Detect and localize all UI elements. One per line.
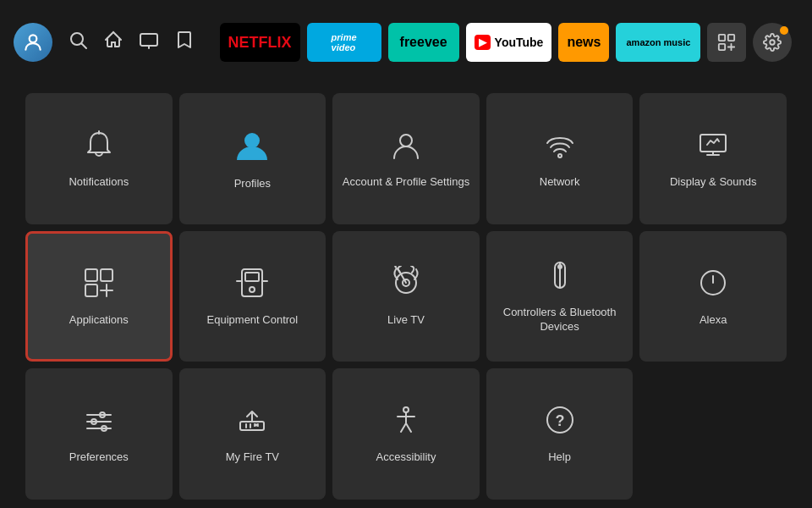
prime-video-button[interactable]: primevideo <box>307 23 381 62</box>
grid-item-my-fire-tv[interactable]: My Fire TV <box>179 368 326 500</box>
svg-rect-3 <box>140 34 157 46</box>
account-icon <box>389 128 423 167</box>
accessibility-label: Accessibility <box>376 450 436 465</box>
grid-item-equipment-control[interactable]: Equipment Control <box>179 231 326 362</box>
help-label: Help <box>548 450 571 465</box>
preferences-label: Preferences <box>69 450 129 465</box>
tv-icon[interactable] <box>139 30 159 55</box>
home-icon[interactable] <box>103 30 123 55</box>
svg-rect-25 <box>245 273 259 281</box>
netflix-button[interactable]: NETFLIX <box>220 23 300 62</box>
svg-point-15 <box>558 154 562 157</box>
svg-point-11 <box>771 40 776 45</box>
svg-point-14 <box>400 135 412 146</box>
grid-item-controllers[interactable]: Controllers & Bluetooth Devices <box>486 231 634 362</box>
user-avatar[interactable] <box>14 23 52 62</box>
svg-line-53 <box>406 423 411 432</box>
notifications-icon <box>82 128 116 167</box>
grid-item-account[interactable]: Account & Profile Settings <box>332 93 480 224</box>
grid-item-display-sounds[interactable]: Display & Sounds <box>639 93 787 224</box>
help-icon: ? <box>543 403 577 442</box>
freevee-button[interactable]: freevee <box>388 23 459 62</box>
applications-label: Applications <box>69 313 129 328</box>
profiles-icon <box>233 126 271 168</box>
alexa-icon <box>696 266 730 305</box>
grid-item-applications[interactable]: Applications <box>25 231 173 362</box>
settings-button[interactable] <box>753 23 792 62</box>
svg-rect-7 <box>728 35 734 41</box>
my-fire-tv-icon <box>235 403 269 442</box>
accessibility-icon <box>389 403 423 442</box>
svg-rect-19 <box>85 269 97 281</box>
display-sounds-label: Display & Sounds <box>670 175 757 190</box>
grid-item-preferences[interactable]: Preferences <box>25 368 173 500</box>
grid-item-alexa[interactable]: Alexa <box>639 231 787 362</box>
svg-point-13 <box>244 133 260 148</box>
svg-rect-43 <box>240 422 264 430</box>
controllers-label: Controllers & Bluetooth Devices <box>486 306 634 334</box>
grid-item-notifications[interactable]: Notifications <box>25 93 173 224</box>
preferences-icon <box>82 403 116 442</box>
account-label: Account & Profile Settings <box>343 175 469 190</box>
my-fire-tv-label: My Fire TV <box>226 450 279 465</box>
svg-line-2 <box>82 44 87 49</box>
network-icon <box>543 128 577 167</box>
top-navigation: NETFLIX primevideo freevee ▶ YouTube new… <box>0 0 812 85</box>
live-tv-label: Live TV <box>387 313 425 328</box>
network-label: Network <box>540 175 580 190</box>
profiles-label: Profiles <box>234 177 271 191</box>
notifications-label: Notifications <box>69 175 129 190</box>
svg-text:?: ? <box>555 412 564 429</box>
equipment-icon <box>235 266 269 305</box>
app-buttons-bar: NETFLIX primevideo freevee ▶ YouTube new… <box>213 23 798 62</box>
svg-rect-6 <box>719 35 725 41</box>
search-icon[interactable] <box>68 30 88 55</box>
settings-notification-dot <box>780 26 788 35</box>
svg-point-0 <box>30 35 37 42</box>
applications-icon <box>82 266 116 305</box>
youtube-button[interactable]: ▶ YouTube <box>466 23 552 62</box>
display-icon <box>696 128 730 167</box>
apps-grid-button[interactable] <box>707 23 746 62</box>
bookmark-icon[interactable] <box>174 30 195 55</box>
equipment-label: Equipment Control <box>207 313 299 328</box>
svg-line-52 <box>401 423 406 432</box>
controllers-icon <box>543 258 577 297</box>
news-button[interactable]: news <box>558 23 609 62</box>
settings-grid: Notifications Profiles Account & Profile… <box>0 85 812 508</box>
svg-rect-20 <box>101 269 112 281</box>
grid-item-accessibility[interactable]: Accessibility <box>332 368 480 500</box>
svg-point-26 <box>250 287 255 292</box>
nav-left-icons <box>14 23 195 62</box>
alexa-label: Alexa <box>700 313 727 328</box>
svg-rect-8 <box>719 44 725 50</box>
grid-item-network[interactable]: Network <box>486 93 634 224</box>
amazon-music-button[interactable]: amazon music <box>616 23 700 62</box>
grid-item-live-tv[interactable]: Live TV <box>332 231 480 362</box>
live-tv-icon <box>389 266 423 305</box>
grid-item-help[interactable]: ? Help <box>486 368 634 500</box>
grid-item-profiles[interactable]: Profiles <box>179 93 326 224</box>
svg-rect-21 <box>85 284 97 296</box>
